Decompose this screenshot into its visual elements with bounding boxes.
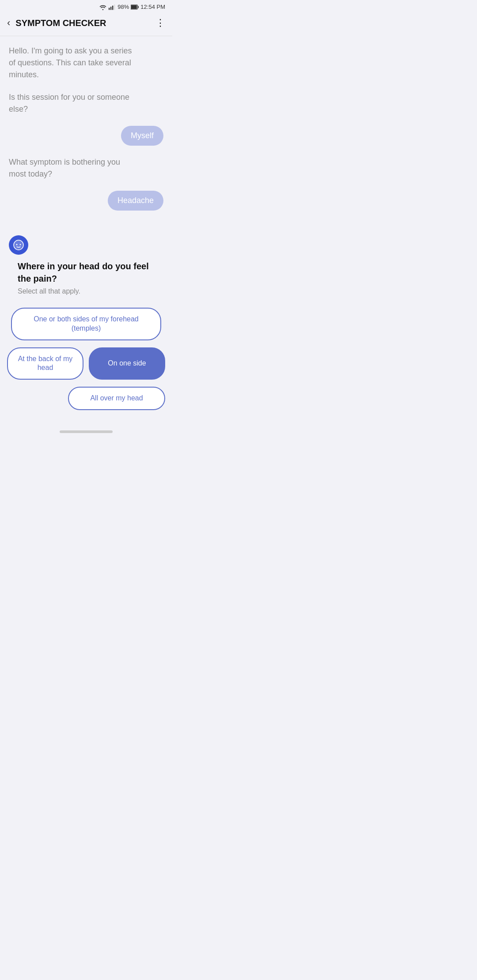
- bot-face-icon: [13, 239, 24, 251]
- status-bar: 98% 12:54 PM: [0, 0, 172, 12]
- svg-rect-5: [131, 5, 137, 8]
- battery-icon: [131, 4, 139, 10]
- back-button[interactable]: ‹: [7, 15, 14, 30]
- option-one-side-button[interactable]: On one side: [89, 347, 165, 380]
- user-reply-myself: Myself: [9, 126, 163, 146]
- intro-message: Hello. I'm going to ask you a series of …: [9, 45, 132, 81]
- chat-area: Hello. I'm going to ask you a series of …: [0, 36, 172, 228]
- battery-text: 98%: [117, 4, 129, 10]
- svg-rect-0: [109, 8, 110, 10]
- option-row-3: All over my head: [7, 387, 165, 410]
- symptom-question: What symptom is bothering you most today…: [9, 156, 132, 180]
- status-icons: 98% 12:54 PM: [99, 4, 165, 10]
- option-back-head-button[interactable]: At the back of my head: [7, 347, 83, 380]
- signal-icon: [109, 4, 116, 10]
- user-reply-headache: Headache: [9, 191, 163, 211]
- avatar: [9, 235, 28, 255]
- scroll-indicator-bottom: [60, 430, 113, 433]
- page-title: SYMPTOM CHECKER: [15, 18, 155, 28]
- svg-point-10: [20, 244, 21, 245]
- select-all-subtext: Select all that apply.: [9, 287, 163, 295]
- svg-rect-3: [114, 4, 115, 10]
- myself-bubble: Myself: [121, 126, 163, 146]
- option-row-1: One or both sides of my forehead (temple…: [7, 308, 165, 340]
- bot-question-section: Where in your head do you feel the pain?…: [0, 228, 172, 295]
- svg-point-9: [16, 244, 18, 245]
- option-row-2: At the back of my head On one side: [7, 347, 165, 380]
- avatar-row: [9, 235, 163, 255]
- headache-bubble: Headache: [108, 191, 163, 211]
- option-temples-button[interactable]: One or both sides of my forehead (temple…: [11, 308, 161, 340]
- options-area: One or both sides of my forehead (temple…: [0, 308, 172, 430]
- option-all-over-button[interactable]: All over my head: [68, 387, 165, 410]
- top-navigation: ‹ SYMPTOM CHECKER ⋮: [0, 12, 172, 36]
- time-display: 12:54 PM: [140, 4, 165, 10]
- svg-rect-2: [112, 5, 113, 10]
- menu-button[interactable]: ⋮: [155, 17, 165, 29]
- session-question: Is this session for you or someone else?: [9, 91, 132, 115]
- svg-rect-1: [110, 7, 111, 10]
- pain-location-question: Where in your head do you feel the pain?: [9, 260, 163, 285]
- wifi-icon: [99, 4, 107, 10]
- svg-rect-6: [138, 6, 139, 8]
